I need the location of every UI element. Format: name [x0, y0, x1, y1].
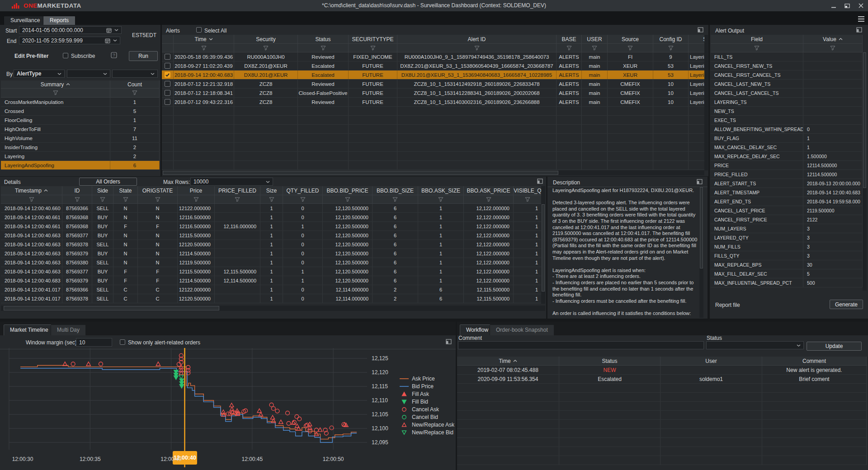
column-filter[interactable] [62, 195, 92, 203]
table-row[interactable]: CrossMarketManipulation1 [1, 98, 160, 107]
row-checkbox[interactable] [165, 72, 170, 78]
empty-row[interactable] [457, 429, 867, 438]
column-filter[interactable] [323, 195, 373, 203]
table-row[interactable]: EXEC_TS [711, 116, 863, 125]
start-datetime-input[interactable]: 2014-01-05 00:00:00.000 [19, 26, 122, 34]
filter-funnel-icon[interactable] [155, 197, 160, 202]
market-timeline-chart[interactable] [0, 322, 456, 470]
filter-funnel-icon[interactable] [269, 197, 274, 202]
column-header[interactable]: USER [582, 35, 608, 43]
column-filter[interactable] [373, 195, 418, 203]
menu-icon[interactable] [858, 16, 864, 22]
column-header[interactable]: Value [803, 35, 863, 43]
filter-funnel-icon[interactable] [263, 46, 269, 51]
filter-funnel-icon[interactable] [193, 197, 199, 202]
all-orders-button[interactable]: All Orders [79, 178, 137, 186]
table-row[interactable]: 2018-09-14 12:00:40.66187569368BUYFF1211… [1, 222, 541, 231]
by-dropdown[interactable]: AlertType [14, 70, 65, 78]
table-row[interactable]: NUM_LAYERS3 [711, 224, 863, 233]
filter-funnel-icon[interactable] [100, 197, 105, 202]
tab-reports[interactable]: Reports [43, 16, 75, 25]
empty-row[interactable] [457, 438, 867, 447]
table-row[interactable]: 2019-02-07 08:02:45.488NEWNew alert is g… [457, 366, 867, 375]
column-filter[interactable] [234, 44, 298, 52]
table-row[interactable]: FILLS_QTY3 [711, 251, 863, 260]
column-filter[interactable] [1, 195, 62, 203]
table-row[interactable]: 2018-09-14 12:00:40.66187569368BUYNN1211… [1, 213, 541, 222]
table-row[interactable]: FILL_TS [711, 52, 863, 61]
filter-funnel-icon[interactable] [300, 197, 306, 202]
generate-button[interactable]: Generate [830, 300, 863, 309]
details-vscrollbar[interactable] [541, 186, 545, 304]
table-row[interactable]: NUM_FILLS3 [711, 242, 863, 251]
column-header[interactable]: ID [62, 186, 92, 195]
maximize-panel-icon[interactable] [537, 179, 543, 185]
table-row[interactable]: CANCEL_FIRST_PRICE2122 [711, 215, 863, 224]
column-filter[interactable] [178, 195, 215, 203]
empty-row[interactable] [457, 411, 867, 420]
column-header[interactable]: Time [174, 35, 234, 43]
restore-button[interactable] [844, 3, 850, 9]
table-row[interactable]: 2018-09-14 12:00:40.66387569380SELLNN121… [1, 258, 541, 267]
select-all-label[interactable]: Select All [204, 28, 226, 34]
column-header[interactable]: BASE [557, 35, 582, 43]
filter-funnel-icon[interactable] [627, 46, 633, 51]
table-row[interactable]: ALERT_END_TS2018-09-14 19:59:58.000 [711, 197, 863, 206]
column-header[interactable]: Count [110, 80, 160, 88]
column-header[interactable]: Status [559, 357, 660, 365]
column-header[interactable]: Timestamp [1, 186, 62, 195]
table-row[interactable]: CANCEL_LAST_NEW_TS [711, 80, 863, 89]
filter-funnel-icon[interactable] [474, 46, 480, 51]
alerts-vscrollbar[interactable] [704, 35, 708, 170]
table-row[interactable]: HighOrderToFill7 [1, 125, 160, 134]
column-filter[interactable] [397, 44, 557, 52]
row-checkbox[interactable] [165, 54, 170, 60]
update-button[interactable]: Update [807, 342, 862, 351]
column-header[interactable]: Comment [762, 357, 867, 365]
column-header[interactable]: Source [608, 35, 653, 43]
column-header[interactable]: BBO.ASK_PRICE [464, 186, 514, 195]
column-header[interactable]: Price [178, 186, 215, 195]
filter-funnel-icon[interactable] [53, 90, 58, 95]
filter-funnel-icon[interactable] [235, 197, 240, 202]
filter-funnel-icon[interactable] [321, 46, 326, 51]
column-header[interactable]: SECURITYTYPE [349, 35, 397, 43]
maximize-panel-icon[interactable] [856, 27, 862, 34]
table-row[interactable]: ALERT_START_TS2018-09-13 20:00:00.000 [711, 179, 863, 188]
filter-funnel-icon[interactable] [830, 46, 835, 51]
filter-funnel-icon[interactable] [438, 197, 443, 202]
help-icon[interactable]: ? [111, 52, 117, 60]
column-header[interactable]: PRICE_FILLED [215, 186, 260, 195]
table-row[interactable]: 2018-09-14 12:00:40.66387569378SELLNN121… [1, 240, 541, 249]
empty-row[interactable] [457, 384, 867, 393]
column-filter[interactable] [1, 89, 110, 97]
table-row[interactable]: NEW_TS [711, 107, 863, 116]
column-header[interactable]: QTY_FILLED [283, 186, 323, 195]
by-dropdown-3[interactable] [112, 70, 158, 78]
column-filter[interactable] [260, 195, 283, 203]
filter-funnel-icon[interactable] [525, 197, 530, 202]
run-button[interactable]: Run [129, 51, 158, 61]
table-row[interactable]: MAX_CANCEL_DELAY_SEC1 [711, 143, 863, 152]
row-checkbox[interactable] [165, 99, 170, 105]
end-datetime-input[interactable]: 2020-11-05 23:59:59.999 [19, 37, 120, 44]
empty-row[interactable] [162, 152, 704, 161]
table-row[interactable]: LayeringAndSpoofing6 [1, 161, 160, 170]
table-row[interactable]: LAYERED_QTY3 [711, 233, 863, 242]
empty-row[interactable] [162, 143, 704, 152]
filter-funnel-icon[interactable] [29, 197, 34, 202]
column-header[interactable]: BBO.BID_SIZE [373, 186, 418, 195]
table-row[interactable]: 2018-07-12 09:43:22.316ZCZ8ReviewedFUTUR… [162, 98, 704, 107]
description-vscrollbar[interactable] [699, 187, 703, 318]
table-row[interactable]: BUY_FLAG1 [711, 134, 863, 143]
edit-prefilter-label[interactable]: Edit Pre-filter [14, 53, 48, 59]
column-filter[interactable] [110, 89, 160, 97]
filter-funnel-icon[interactable] [201, 46, 207, 51]
tab-orderbook-snapshot[interactable]: Order-book Snapshot [490, 324, 554, 335]
details-hscrollbar[interactable] [1, 306, 545, 311]
table-row[interactable]: 2018-09-14 12:00:40.66387569377BUYFF1211… [1, 267, 541, 276]
maximize-panel-icon[interactable] [697, 179, 703, 186]
by-dropdown-2[interactable] [67, 70, 110, 78]
column-header[interactable]: Security [234, 35, 298, 43]
column-header[interactable]: BBO.ASK_SIZE [418, 186, 464, 195]
